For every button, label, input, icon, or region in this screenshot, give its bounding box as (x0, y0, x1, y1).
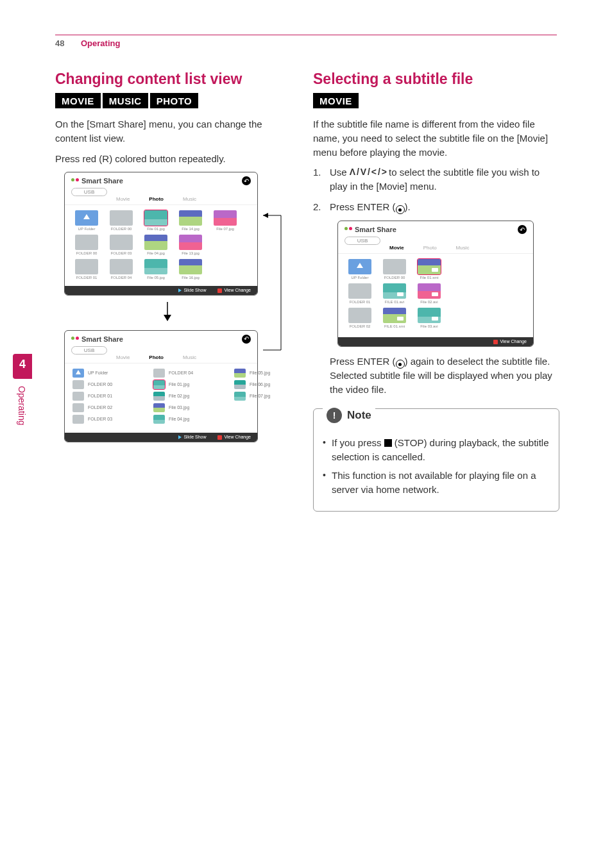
dpad-icon: Λ / V / < / > (350, 167, 386, 177)
svg-marker-4 (263, 213, 268, 218)
note-title: Note (347, 409, 371, 422)
folder-icon (348, 308, 371, 323)
step-2-text-a: Press ENTER ( (330, 201, 396, 212)
photo-thumb-icon (179, 259, 202, 274)
photo-thumb-icon (153, 380, 165, 389)
tab-photo: Photo (149, 355, 164, 360)
footer-viewchange: View Change (217, 288, 251, 293)
right-paragraph-1: If the subtitle file name is different f… (313, 117, 559, 159)
footer-slideshow: Slide Show (178, 288, 206, 293)
subtitle-file-icon (383, 308, 406, 323)
photo-thumb-icon (153, 415, 165, 424)
after-text-a: Press ENTER ( (330, 356, 396, 367)
list-label: FOLDER 01 (88, 394, 112, 398)
grid-label: File 14.jpg (176, 227, 205, 231)
back-icon: ↶ (242, 335, 251, 344)
list-label: FOLDER 04 (169, 371, 193, 375)
folder-icon (72, 403, 84, 412)
left-paragraph-1: On the [Smart Share] menu, you can chang… (55, 117, 280, 146)
grid-label: FOLDER 01 (346, 300, 374, 304)
sidebar-label: Operating (17, 380, 27, 431)
movie-file-icon (383, 283, 406, 299)
grid-label: UP Folder (72, 227, 101, 231)
footer-viewchange: View Change (217, 435, 251, 440)
grid-label: FOLDER 03 (107, 251, 135, 255)
step-2-text-b: ). (405, 201, 411, 212)
svg-marker-1 (164, 315, 171, 321)
note-1-a: If you press (332, 437, 384, 448)
photo-thumb-icon (234, 369, 246, 378)
list-label: File 03.jpg (169, 405, 189, 410)
back-icon: ↶ (242, 176, 251, 185)
grid-label: FOLDER 00 (107, 227, 135, 231)
tag-movie: MOVIE (313, 93, 359, 108)
header-rule (55, 35, 557, 35)
grid-label: FILE 01.smi (380, 324, 409, 328)
after-paragraph: Press ENTER () again to deselect the sub… (330, 355, 559, 397)
photo-thumb-icon (179, 235, 202, 250)
folder-icon (348, 283, 371, 299)
folder-icon (110, 259, 133, 274)
tab-photo: Photo (149, 196, 164, 202)
sidebar-label-wrap: Operating (17, 380, 27, 431)
list-label: File 06.jpg (250, 382, 270, 387)
tab-movie: Movie (389, 245, 404, 251)
folder-icon (72, 380, 84, 389)
folder-icon (72, 415, 84, 424)
tab-movie: Movie (116, 196, 130, 202)
movie-file-icon (418, 283, 441, 299)
note-icon: ! (327, 408, 342, 423)
grid-label: FOLDER 00 (72, 251, 101, 255)
grid-label: FOLDER 02 (346, 324, 374, 328)
list-label: FOLDER 00 (88, 382, 112, 387)
page-number: 48 (55, 38, 64, 48)
list-label: File 02.jpg (169, 394, 189, 398)
folder-icon (110, 210, 133, 226)
smart-share-title: Smart Share (81, 335, 123, 343)
grid-label: FILE 01.avi (380, 300, 409, 304)
grid-label: File 13.jpg (176, 251, 205, 255)
photo-thumb-icon (153, 403, 165, 412)
stop-icon (384, 439, 392, 447)
left-paragraph-2: Press red (R) colored button repeatedly. (55, 152, 280, 166)
tag-movie: MOVIE (55, 93, 101, 108)
photo-thumb-icon (214, 210, 237, 226)
grid-label: File 16.jpg (176, 276, 205, 280)
smart-share-list-screenshot: Smart Share ↶ USB Movie Photo Music UP F… (64, 330, 258, 442)
grid-label: File 05.jpg (142, 276, 170, 280)
grid-label: File 04.jpg (142, 251, 170, 255)
note-box: ! Note If you press (STOP) during playba… (313, 408, 559, 512)
usb-badge: USB (71, 346, 107, 355)
photo-thumb-icon (144, 235, 167, 250)
smart-share-title: Smart Share (355, 226, 396, 233)
folder-icon (153, 369, 165, 378)
list-label: File 07.jpg (250, 394, 270, 398)
right-tags: MOVIE (313, 93, 559, 108)
step-2: Press ENTER (). (313, 200, 559, 215)
list-label: FOLDER 02 (88, 405, 112, 410)
list-label: UP Folder (88, 371, 108, 375)
folder-icon (75, 235, 98, 250)
enter-icon (396, 360, 405, 369)
usb-badge: USB (344, 237, 380, 245)
grid-label: File 01.jpg (142, 227, 170, 231)
left-tags: MOVIE MUSIC PHOTO (55, 93, 280, 108)
page-category: Operating (81, 38, 120, 48)
list-label: FOLDER 03 (88, 417, 112, 421)
back-icon: ↶ (518, 225, 527, 234)
grid-label: File 02.avi (415, 300, 443, 304)
list-label: File 04.jpg (169, 417, 189, 421)
photo-thumb-icon (144, 259, 167, 274)
folder-icon (110, 235, 133, 250)
photo-thumb-icon (234, 380, 246, 389)
grid-label: File 07.jpg (211, 227, 239, 231)
photo-thumb-icon (153, 392, 165, 401)
smart-share-logo-icon (71, 335, 79, 343)
list-label: File 01.jpg (169, 382, 189, 387)
up-folder-icon (75, 210, 98, 226)
tab-music: Music (183, 355, 196, 360)
smart-share-logo-icon (344, 226, 352, 233)
photo-thumb-icon (179, 210, 202, 226)
content-tabs: Movie Photo Music (65, 196, 257, 205)
footer-viewchange: View Change (493, 339, 527, 344)
